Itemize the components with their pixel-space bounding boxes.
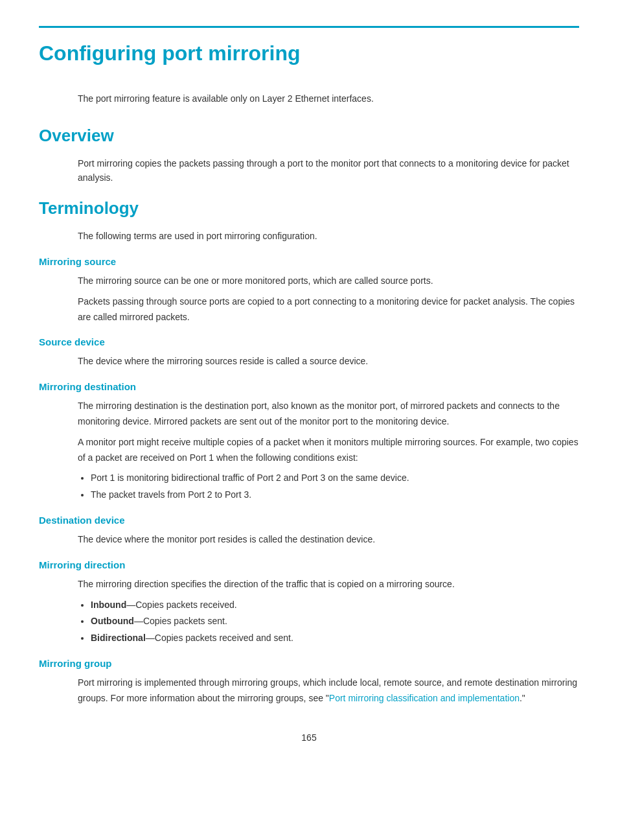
mirroring-direction-title: Mirroring direction xyxy=(39,559,579,570)
list-item: Bidirectional—Copies packets received an… xyxy=(91,631,579,646)
mirroring-source-p1: The mirroring source can be one or more … xyxy=(78,274,579,289)
mirroring-group-title: Mirroring group xyxy=(39,658,579,669)
mirroring-group-body: Port mirroring is implemented through mi… xyxy=(78,675,579,706)
mirroring-source-body: The mirroring source can be one or more … xyxy=(78,274,579,325)
mirroring-destination-body: The mirroring destination is the destina… xyxy=(78,399,579,465)
destination-device-p1: The device where the monitor port reside… xyxy=(78,532,579,548)
terminology-intro: The following terms are used in port mir… xyxy=(78,229,579,243)
subsection-mirroring-direction: Mirroring direction The mirroring direct… xyxy=(39,559,579,646)
subsection-destination-device: Destination device The device where the … xyxy=(39,515,579,548)
port-mirroring-link[interactable]: Port mirroring classification and implem… xyxy=(329,693,520,703)
destination-device-body: The device where the monitor port reside… xyxy=(78,532,579,548)
mirroring-destination-bullets: Port 1 is monitoring bidirectional traff… xyxy=(91,471,579,503)
list-item: Inbound—Copies packets received. xyxy=(91,598,579,613)
mirroring-direction-body: The mirroring direction specifies the di… xyxy=(78,577,579,592)
source-device-title: Source device xyxy=(39,336,579,347)
list-item: The packet travels from Port 2 to Port 3… xyxy=(91,487,579,503)
subsection-source-device: Source device The device where the mirro… xyxy=(39,336,579,369)
header-rule xyxy=(39,26,579,28)
subsection-mirroring-source: Mirroring source The mirroring source ca… xyxy=(39,256,579,325)
mirroring-source-p2: Packets passing through source ports are… xyxy=(78,294,579,325)
outbound-term: Outbound xyxy=(91,616,134,626)
mirroring-destination-p1: The mirroring destination is the destina… xyxy=(78,399,579,430)
page-title: Configuring port mirroring xyxy=(39,41,579,65)
page-number: 165 xyxy=(39,732,579,743)
list-item: Outbound—Copies packets sent. xyxy=(91,614,579,629)
overview-body: Port mirroring copies the packets passin… xyxy=(78,156,579,185)
list-item: Port 1 is monitoring bidirectional traff… xyxy=(91,471,579,486)
mirroring-source-title: Mirroring source xyxy=(39,256,579,267)
source-device-body: The device where the mirroring sources r… xyxy=(78,354,579,369)
mirroring-direction-bullets: Inbound—Copies packets received. Outboun… xyxy=(91,598,579,646)
mirroring-direction-p1: The mirroring direction specifies the di… xyxy=(78,577,579,592)
mirroring-destination-p2: A monitor port might receive multiple co… xyxy=(78,435,579,466)
mirroring-group-p1: Port mirroring is implemented through mi… xyxy=(78,675,579,706)
bidirectional-term: Bidirectional xyxy=(91,633,146,643)
subsection-mirroring-destination: Mirroring destination The mirroring dest… xyxy=(39,381,579,503)
mirroring-destination-title: Mirroring destination xyxy=(39,381,579,392)
terminology-title: Terminology xyxy=(39,198,579,218)
overview-title: Overview xyxy=(39,126,579,146)
source-device-p1: The device where the mirroring sources r… xyxy=(78,354,579,369)
subsection-mirroring-group: Mirroring group Port mirroring is implem… xyxy=(39,658,579,706)
inbound-term: Inbound xyxy=(91,600,126,610)
intro-text: The port mirroring feature is available … xyxy=(78,91,579,106)
destination-device-title: Destination device xyxy=(39,515,579,526)
